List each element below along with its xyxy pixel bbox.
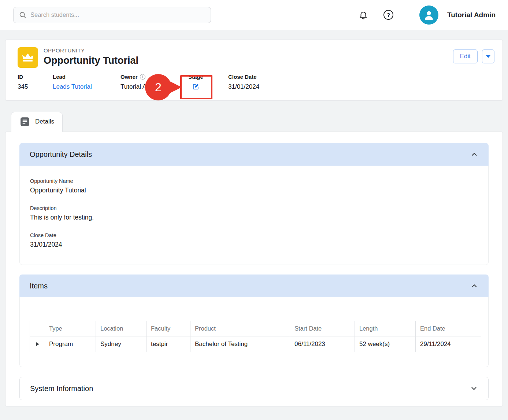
tab-details[interactable]: Details: [11, 112, 63, 132]
section-system-information-title: System Information: [30, 384, 93, 393]
bell-icon: [359, 10, 368, 20]
topbar: ? Tutorial Admin: [0, 0, 508, 30]
search-box[interactable]: [13, 7, 211, 23]
column-header: Start Date: [290, 321, 355, 336]
section-items-header[interactable]: Items: [19, 275, 489, 297]
column-header: Length: [355, 321, 416, 336]
section-opportunity-details: Opportunity Details Opportunity Name Opp…: [19, 143, 489, 265]
detail-field: Opportunity Name Opportunity Tutorial: [30, 178, 478, 194]
section-opportunity-details-title: Opportunity Details: [30, 150, 92, 159]
tab-details-label: Details: [35, 118, 54, 125]
header-actions: Edit: [453, 49, 494, 63]
field-id-value: 345: [18, 83, 53, 91]
chevron-up-icon: [470, 150, 478, 158]
user-name[interactable]: Tutorial Admin: [447, 11, 508, 19]
detail-field: Close Date 31/01/2024: [30, 232, 478, 248]
main-card: Opportunity Details Opportunity Name Opp…: [5, 132, 503, 406]
help-icon: ?: [383, 10, 393, 20]
field-id-label: ID: [18, 74, 53, 80]
person-icon: [423, 9, 435, 21]
table-row[interactable]: Program Sydney testpir Bachelor of Testi…: [30, 336, 481, 352]
detail-field-label: Description: [30, 205, 478, 211]
field-id: ID 345: [18, 74, 53, 92]
detail-field-value: This is only for testing.: [30, 214, 478, 221]
column-header: Type: [30, 321, 96, 336]
row-expand-icon[interactable]: [36, 342, 39, 346]
cell-location: Sydney: [96, 336, 147, 352]
record-summary-fields: ID 345 Lead Leads Tutorial Owner i Tutor…: [5, 68, 503, 100]
header-titles: OPPORTUNITY Opportunity Tutorial: [44, 47, 138, 66]
field-lead-label: Lead: [53, 74, 120, 80]
chevron-down-icon: [470, 384, 478, 393]
cell-product: Bachelor of Testing: [190, 336, 290, 352]
section-system-information-header[interactable]: System Information: [19, 377, 489, 400]
topbar-right: ? Tutorial Admin: [359, 0, 508, 30]
column-header: Location: [96, 321, 147, 336]
section-opportunity-details-body: Opportunity Name Opportunity Tutorial De…: [19, 166, 489, 265]
detail-field-value: Opportunity Tutorial: [30, 187, 478, 194]
notifications-button[interactable]: [359, 10, 368, 20]
field-close-date-value: 31/01/2024: [228, 83, 503, 91]
items-table: Type Location Faculty Product Start Date…: [30, 321, 481, 352]
lead-link[interactable]: Leads Tutorial: [53, 83, 92, 90]
page-title: Opportunity Tutorial: [44, 55, 138, 66]
caret-down-icon: [486, 55, 490, 58]
annotation-step-badge: 2: [145, 74, 171, 100]
detail-field-label: Close Date: [30, 232, 478, 238]
cell-start-date: 06/11/2023: [290, 336, 355, 352]
column-header: Product: [190, 321, 290, 336]
article-icon: [19, 116, 30, 127]
topbar-divider: [406, 0, 406, 30]
annotation-highlight-box: [180, 75, 212, 99]
record-header-top: OPPORTUNITY Opportunity Tutorial Edit: [5, 40, 503, 68]
detail-field-label: Opportunity Name: [30, 178, 478, 184]
info-icon: i: [140, 74, 145, 80]
field-lead: Lead Leads Tutorial: [53, 74, 120, 92]
owner-label-text: Owner: [120, 74, 138, 80]
content: OPPORTUNITY Opportunity Tutorial Edit ID…: [0, 30, 508, 406]
column-header: End Date: [416, 321, 481, 336]
section-items: Items Type Location: [19, 275, 489, 367]
cell-end-date: 29/11/2024: [416, 336, 481, 352]
section-opportunity-details-header[interactable]: Opportunity Details: [19, 143, 489, 166]
field-close-date: Close Date 31/01/2024: [228, 74, 503, 92]
items-table-header-row: Type Location Faculty Product Start Date…: [30, 321, 481, 336]
chevron-up-icon: [470, 282, 478, 290]
search-icon: [19, 11, 27, 19]
search-input[interactable]: [30, 11, 205, 18]
avatar[interactable]: [419, 5, 438, 25]
cell-faculty: testpir: [147, 336, 190, 352]
column-header: Faculty: [147, 321, 190, 336]
cell-type: Program: [30, 336, 96, 352]
entity-label: OPPORTUNITY: [44, 47, 138, 54]
detail-field-value: 31/01/2024: [30, 241, 478, 248]
cell-type-text: Program: [49, 340, 73, 347]
field-close-date-label: Close Date: [228, 74, 503, 80]
detail-field: Description This is only for testing.: [30, 205, 478, 221]
cell-length: 52 week(s): [355, 336, 416, 352]
section-items-body: Type Location Faculty Product Start Date…: [19, 297, 489, 367]
opportunity-crown-icon: [18, 47, 38, 68]
record-header-card: OPPORTUNITY Opportunity Tutorial Edit ID…: [5, 40, 503, 101]
tab-row: Details: [11, 112, 503, 132]
section-items-title: Items: [30, 282, 48, 290]
page: ? Tutorial Admin OPPORTUNITY Opportunity…: [0, 0, 508, 420]
edit-button[interactable]: Edit: [453, 49, 478, 63]
edit-menu-button[interactable]: [482, 49, 494, 63]
help-button[interactable]: ?: [383, 10, 406, 20]
